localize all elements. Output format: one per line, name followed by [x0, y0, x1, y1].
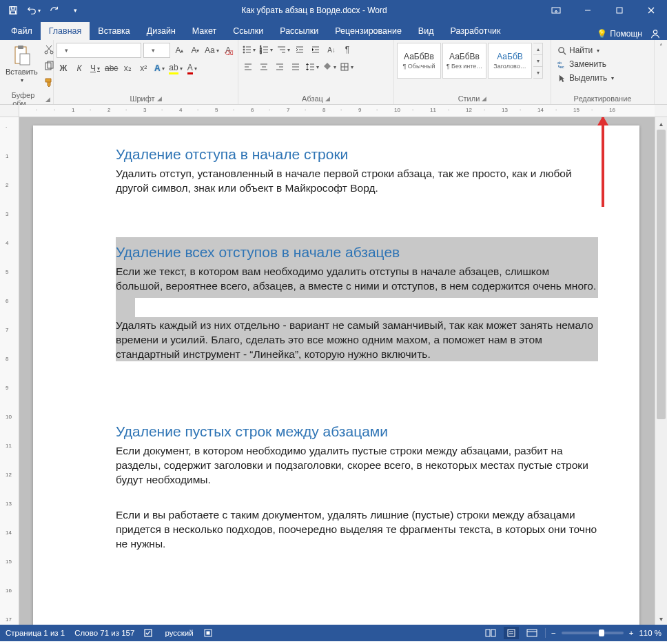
style-heading[interactable]: АаБбВЗаголово… — [488, 43, 532, 79]
styles-gallery[interactable]: АаБбВв¶ Обычный АаБбВв¶ Без инте… АаБбВЗ… — [397, 43, 543, 79]
tab-developer[interactable]: Разработчик — [442, 22, 509, 40]
line-spacing-button[interactable]: ▾ — [305, 60, 320, 74]
gallery-scroll[interactable]: ▴▾▾ — [533, 43, 543, 79]
font-color-button[interactable]: A▾ — [185, 61, 199, 75]
read-mode-button[interactable] — [483, 627, 498, 639]
scroll-down-button[interactable]: ▾ — [655, 612, 667, 625]
chevron-down-icon[interactable]: ▾ — [533, 55, 542, 67]
account-icon[interactable] — [649, 28, 661, 40]
highlight-button[interactable]: ab▾ — [168, 61, 183, 75]
paragraph[interactable]: Удалять каждый из них отдельно - вариант… — [116, 319, 598, 362]
selected-text-block[interactable]: Удаление всех отступов в начале абзацев … — [116, 237, 598, 362]
spellcheck-icon[interactable] — [144, 628, 155, 638]
strikethrough-button[interactable]: abc — [104, 61, 119, 75]
borders-button[interactable]: ▾ — [339, 60, 354, 74]
minimize-button[interactable] — [572, 0, 604, 21]
increase-indent-button[interactable] — [309, 43, 322, 57]
tab-design[interactable]: Дизайн — [138, 22, 184, 40]
style-normal[interactable]: АаБбВв¶ Обычный — [397, 43, 441, 79]
dialog-launcher-icon[interactable]: ◢ — [482, 95, 486, 102]
tab-insert[interactable]: Вставка — [90, 22, 138, 40]
justify-button[interactable] — [289, 60, 302, 74]
paragraph[interactable]: Если и вы работаете с таким документом, … — [116, 508, 598, 552]
select-button[interactable]: Выделить▾ — [554, 72, 617, 84]
dialog-launcher-icon[interactable]: ◢ — [157, 95, 162, 102]
paste-button[interactable]: Вставить ▾ — [3, 43, 41, 85]
vertical-scrollbar[interactable]: ▴ ▾ — [655, 117, 667, 625]
heading[interactable]: Удаление отступа в начале строки — [116, 146, 598, 163]
paragraph[interactable]: Если же текст, в котором вам необходимо … — [116, 265, 598, 294]
superscript-button[interactable]: x² — [136, 61, 150, 75]
underline-button[interactable]: Ч▾ — [88, 61, 102, 75]
zoom-thumb[interactable] — [599, 630, 604, 636]
clear-formatting-button[interactable]: A⌫ — [221, 43, 235, 57]
scroll-track[interactable] — [655, 130, 667, 612]
horizontal-ruler[interactable]: ··1·2·3·4·5·6·7·8·9·10·11·12·13·14·15·16 — [19, 105, 655, 117]
svg-point-16 — [243, 46, 245, 48]
tab-file[interactable]: Файл — [3, 22, 41, 40]
heading[interactable]: Удаление всех отступов в начале абзацев — [116, 244, 400, 261]
decrease-indent-button[interactable] — [293, 43, 307, 57]
paragraph[interactable]: Если документ, в котором необходимо удал… — [116, 444, 598, 487]
tab-references[interactable]: Ссылки — [225, 22, 271, 40]
web-layout-button[interactable] — [524, 627, 540, 639]
scroll-thumb[interactable] — [657, 130, 666, 419]
align-center-button[interactable] — [257, 60, 271, 74]
multilevel-list-button[interactable]: ▾ — [276, 43, 291, 57]
scroll-up-button[interactable]: ▴ — [655, 117, 667, 130]
numbering-button[interactable]: 123▾ — [258, 43, 274, 57]
print-layout-button[interactable] — [504, 627, 519, 639]
bullets-button[interactable]: ▾ — [241, 43, 256, 57]
word-count[interactable]: Слово 71 из 157 — [74, 629, 134, 637]
macro-icon[interactable] — [203, 628, 213, 638]
document-viewport[interactable]: Удаление отступа в начале строки Удалить… — [19, 117, 655, 625]
font-family-dropdown[interactable]: ▾ — [57, 43, 141, 58]
paragraph[interactable]: Удалить отступ, установленный в начале п… — [116, 167, 598, 196]
save-button[interactable] — [4, 1, 22, 19]
tab-mailings[interactable]: Рассылки — [271, 22, 327, 40]
zoom-slider[interactable] — [562, 632, 624, 634]
zoom-level[interactable]: 110 % — [639, 629, 661, 637]
heading[interactable]: Удаление пустых строк между абзацами — [116, 423, 598, 440]
font-size-dropdown[interactable]: ▾ — [143, 43, 171, 58]
undo-button[interactable]: ▾ — [25, 1, 43, 19]
tab-review[interactable]: Рецензирование — [327, 22, 410, 40]
change-case-button[interactable]: Aa▾ — [204, 43, 219, 57]
text-effects-button[interactable]: A▾ — [152, 61, 166, 75]
bold-button[interactable]: Ж — [57, 61, 70, 75]
page-count[interactable]: Страница 1 из 1 — [6, 629, 65, 637]
sort-button[interactable]: A↓ — [325, 43, 338, 57]
show-marks-button[interactable]: ¶ — [340, 43, 354, 57]
chevron-up-icon[interactable]: ▴ — [533, 43, 542, 55]
dialog-launcher-icon[interactable]: ◢ — [325, 95, 330, 102]
shading-button[interactable]: ▾ — [322, 60, 337, 74]
redo-button[interactable] — [45, 1, 63, 19]
vertical-ruler[interactable]: ·1234567891011121314151617 — [0, 117, 19, 625]
chevron-down-icon: ▾ — [597, 48, 599, 54]
maximize-button[interactable] — [604, 0, 635, 21]
zoom-out-button[interactable]: − — [551, 629, 556, 637]
subscript-button[interactable]: x₂ — [121, 61, 134, 75]
dialog-launcher-icon[interactable]: ◢ — [45, 96, 50, 103]
close-button[interactable] — [635, 0, 667, 21]
svg-rect-63 — [491, 630, 495, 636]
zoom-in-button[interactable]: + — [629, 629, 634, 637]
replace-button[interactable]: abacЗаменить — [554, 58, 617, 70]
qat-customize-button[interactable]: ▾ — [66, 1, 84, 19]
language[interactable]: русский — [165, 629, 193, 637]
style-no-spacing[interactable]: АаБбВв¶ Без инте… — [442, 43, 486, 79]
tab-view[interactable]: Вид — [410, 22, 442, 40]
tell-me[interactable]: 💡Помощн — [597, 29, 642, 39]
grow-font-button[interactable]: A▴ — [172, 43, 186, 57]
collapse-ribbon-button[interactable]: ˄ — [655, 40, 667, 104]
find-button[interactable]: Найти▾ — [554, 44, 617, 57]
align-right-button[interactable] — [273, 60, 287, 74]
gallery-expand-icon[interactable]: ▾ — [533, 67, 542, 78]
tab-home[interactable]: Главная — [41, 22, 90, 40]
italic-button[interactable]: К — [72, 61, 86, 75]
tab-layout[interactable]: Макет — [184, 22, 225, 40]
shrink-font-button[interactable]: A▾ — [188, 43, 202, 57]
window-title: Как убрать абзац в Ворде.docx - Word — [88, 6, 540, 15]
align-left-button[interactable] — [241, 60, 255, 74]
ribbon-display-button[interactable] — [540, 0, 572, 21]
